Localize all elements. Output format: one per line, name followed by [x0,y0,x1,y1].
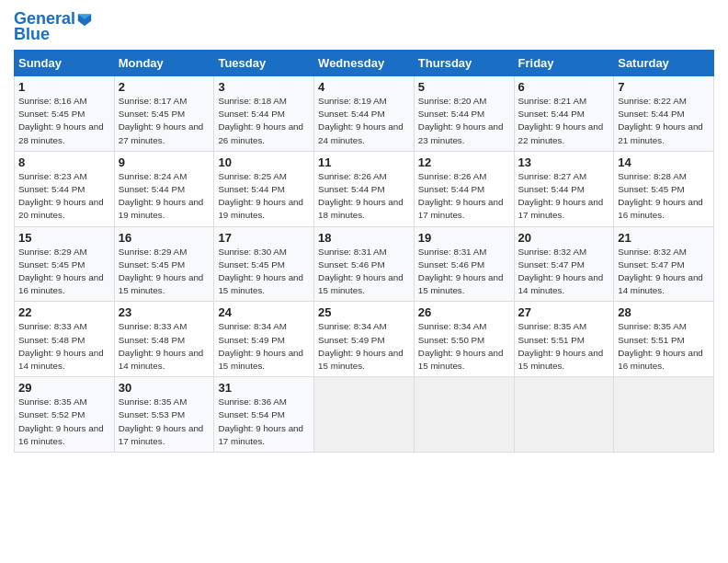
day-number: 2 [119,80,210,94]
calendar-cell: 21Sunrise: 8:32 AMSunset: 5:47 PMDayligh… [614,226,714,302]
day-info: Sunrise: 8:35 AMSunset: 5:53 PMDaylight:… [119,396,210,448]
day-info: Sunrise: 8:21 AMSunset: 5:44 PMDaylight:… [518,95,610,147]
calendar-cell: 13Sunrise: 8:27 AMSunset: 5:44 PMDayligh… [514,151,614,226]
calendar-week-row: 29Sunrise: 8:35 AMSunset: 5:52 PMDayligh… [15,377,714,453]
weekday-header: Friday [514,51,614,76]
calendar-cell: 1Sunrise: 8:16 AMSunset: 5:45 PMDaylight… [15,76,115,152]
day-info: Sunrise: 8:30 AMSunset: 5:45 PMDaylight:… [218,246,310,298]
day-number: 15 [18,231,110,245]
day-number: 23 [119,305,210,319]
day-number: 5 [418,80,510,94]
day-number: 26 [418,305,510,319]
calendar-cell: 28Sunrise: 8:35 AMSunset: 5:51 PMDayligh… [614,302,714,377]
day-info: Sunrise: 8:29 AMSunset: 5:45 PMDaylight:… [119,246,210,298]
calendar-cell: 16Sunrise: 8:29 AMSunset: 5:45 PMDayligh… [114,226,214,302]
day-number: 30 [119,381,210,395]
day-number: 6 [518,80,610,94]
calendar-cell: 2Sunrise: 8:17 AMSunset: 5:45 PMDaylight… [114,76,214,152]
day-info: Sunrise: 8:36 AMSunset: 5:54 PMDaylight:… [218,396,310,448]
calendar-cell [514,377,614,453]
calendar-cell: 17Sunrise: 8:30 AMSunset: 5:45 PMDayligh… [214,226,314,302]
calendar-cell: 24Sunrise: 8:34 AMSunset: 5:49 PMDayligh… [214,302,314,377]
calendar-cell: 11Sunrise: 8:26 AMSunset: 5:44 PMDayligh… [314,151,415,226]
header: General Blue [14,9,714,44]
day-number: 14 [618,155,710,169]
calendar-header-row: SundayMondayTuesdayWednesdayThursdayFrid… [15,51,714,76]
calendar-cell: 22Sunrise: 8:33 AMSunset: 5:48 PMDayligh… [15,302,115,377]
day-info: Sunrise: 8:25 AMSunset: 5:44 PMDaylight:… [218,170,310,223]
day-number: 28 [618,305,710,319]
calendar-cell: 19Sunrise: 8:31 AMSunset: 5:46 PMDayligh… [414,226,514,302]
day-info: Sunrise: 8:34 AMSunset: 5:49 PMDaylight:… [218,320,310,373]
calendar-cell [414,377,514,453]
day-info: Sunrise: 8:26 AMSunset: 5:44 PMDaylight:… [318,170,410,223]
day-info: Sunrise: 8:27 AMSunset: 5:44 PMDaylight:… [518,170,610,223]
day-info: Sunrise: 8:35 AMSunset: 5:51 PMDaylight:… [618,320,710,373]
day-info: Sunrise: 8:24 AMSunset: 5:44 PMDaylight:… [119,170,210,223]
day-number: 17 [218,231,310,245]
calendar-cell: 18Sunrise: 8:31 AMSunset: 5:46 PMDayligh… [314,226,415,302]
day-number: 12 [418,155,510,169]
day-info: Sunrise: 8:32 AMSunset: 5:47 PMDaylight:… [518,246,610,298]
calendar-table: SundayMondayTuesdayWednesdayThursdayFrid… [14,50,714,453]
day-info: Sunrise: 8:31 AMSunset: 5:46 PMDaylight:… [418,246,510,298]
day-number: 11 [318,155,410,169]
calendar-cell [614,377,714,453]
day-info: Sunrise: 8:33 AMSunset: 5:48 PMDaylight:… [119,320,210,373]
day-number: 3 [218,80,310,94]
day-info: Sunrise: 8:31 AMSunset: 5:46 PMDaylight:… [318,246,410,298]
day-number: 8 [18,155,110,169]
day-info: Sunrise: 8:29 AMSunset: 5:45 PMDaylight:… [18,246,110,298]
day-number: 27 [518,305,610,319]
day-info: Sunrise: 8:33 AMSunset: 5:48 PMDaylight:… [18,320,110,373]
weekday-header: Saturday [614,51,714,76]
calendar-cell: 20Sunrise: 8:32 AMSunset: 5:47 PMDayligh… [514,226,614,302]
logo: General Blue [14,9,93,44]
day-number: 29 [18,381,110,395]
day-info: Sunrise: 8:35 AMSunset: 5:52 PMDaylight:… [18,396,110,448]
day-info: Sunrise: 8:35 AMSunset: 5:51 PMDaylight:… [518,320,610,373]
calendar-cell: 25Sunrise: 8:34 AMSunset: 5:49 PMDayligh… [314,302,415,377]
weekday-header: Thursday [414,51,514,76]
day-number: 20 [518,231,610,245]
logo-arrow-icon [76,11,93,28]
calendar-week-row: 1Sunrise: 8:16 AMSunset: 5:45 PMDaylight… [15,76,714,152]
calendar-week-row: 15Sunrise: 8:29 AMSunset: 5:45 PMDayligh… [15,226,714,302]
day-number: 18 [318,231,410,245]
calendar-cell: 12Sunrise: 8:26 AMSunset: 5:44 PMDayligh… [414,151,514,226]
day-info: Sunrise: 8:34 AMSunset: 5:50 PMDaylight:… [418,320,510,373]
calendar-cell: 7Sunrise: 8:22 AMSunset: 5:44 PMDaylight… [614,76,714,152]
calendar-cell: 8Sunrise: 8:23 AMSunset: 5:44 PMDaylight… [15,151,115,226]
calendar-cell: 14Sunrise: 8:28 AMSunset: 5:45 PMDayligh… [614,151,714,226]
calendar-cell: 9Sunrise: 8:24 AMSunset: 5:44 PMDaylight… [114,151,214,226]
day-info: Sunrise: 8:20 AMSunset: 5:44 PMDaylight:… [418,95,510,147]
day-number: 22 [18,305,110,319]
day-number: 21 [618,231,710,245]
day-info: Sunrise: 8:18 AMSunset: 5:44 PMDaylight:… [218,95,310,147]
calendar-cell: 26Sunrise: 8:34 AMSunset: 5:50 PMDayligh… [414,302,514,377]
day-number: 4 [318,80,410,94]
calendar-cell: 23Sunrise: 8:33 AMSunset: 5:48 PMDayligh… [114,302,214,377]
day-info: Sunrise: 8:26 AMSunset: 5:44 PMDaylight:… [418,170,510,223]
day-number: 25 [318,305,410,319]
day-info: Sunrise: 8:16 AMSunset: 5:45 PMDaylight:… [18,95,110,147]
day-number: 7 [618,80,710,94]
weekday-header: Tuesday [214,51,314,76]
calendar-cell: 10Sunrise: 8:25 AMSunset: 5:44 PMDayligh… [214,151,314,226]
weekday-header: Wednesday [314,51,415,76]
day-number: 19 [418,231,510,245]
calendar-cell: 5Sunrise: 8:20 AMSunset: 5:44 PMDaylight… [414,76,514,152]
day-info: Sunrise: 8:23 AMSunset: 5:44 PMDaylight:… [18,170,110,223]
calendar-cell: 3Sunrise: 8:18 AMSunset: 5:44 PMDaylight… [214,76,314,152]
weekday-header: Monday [114,51,214,76]
weekday-header: Sunday [15,51,115,76]
day-number: 1 [18,80,110,94]
day-number: 31 [218,381,310,395]
calendar-cell: 30Sunrise: 8:35 AMSunset: 5:53 PMDayligh… [114,377,214,453]
day-info: Sunrise: 8:28 AMSunset: 5:45 PMDaylight:… [618,170,710,223]
calendar-cell: 15Sunrise: 8:29 AMSunset: 5:45 PMDayligh… [15,226,115,302]
calendar-cell: 27Sunrise: 8:35 AMSunset: 5:51 PMDayligh… [514,302,614,377]
day-number: 24 [218,305,310,319]
calendar-week-row: 8Sunrise: 8:23 AMSunset: 5:44 PMDaylight… [15,151,714,226]
day-info: Sunrise: 8:34 AMSunset: 5:49 PMDaylight:… [318,320,410,373]
